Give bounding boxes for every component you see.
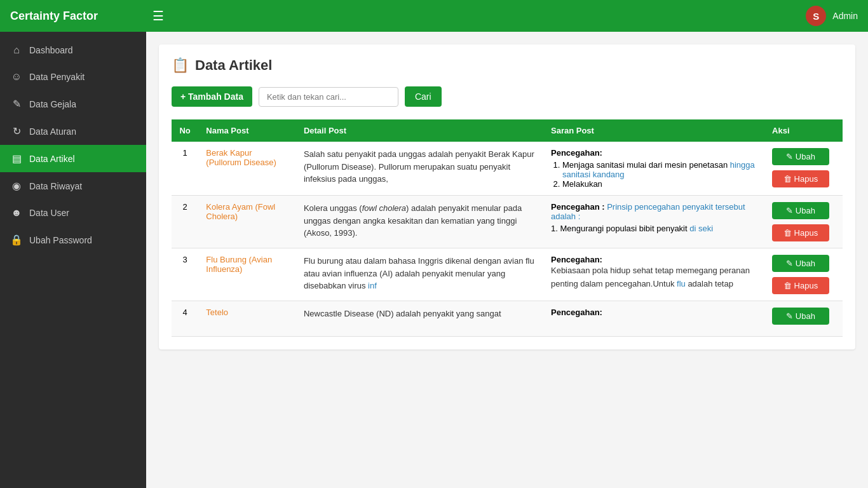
sidebar-item-data-penyakit[interactable]: ☺ Data Penyakit [0, 64, 146, 90]
ubah-button[interactable]: ✎ Ubah [772, 308, 829, 325]
page-title: Data Artikel [195, 57, 272, 74]
ubah-button[interactable]: ✎ Ubah [772, 255, 829, 272]
th-aksi: Aksi [764, 119, 843, 142]
row-aksi: ✎ Ubah 🗑 Hapus [764, 142, 843, 196]
row-nama: Flu Burung (Avian Influenza) [198, 248, 296, 301]
add-data-button[interactable]: + Tambah Data [172, 86, 252, 107]
navbar-right: S Admin [806, 6, 858, 26]
table-row: 3 Flu Burung (Avian Influenza) Flu burun… [172, 248, 843, 301]
sidebar-item-data-gejala[interactable]: ✎ Data Gejala [0, 90, 146, 118]
user-icon: ☻ [10, 207, 23, 219]
layout: ⌂ Dashboard ☺ Data Penyakit ✎ Data Gejal… [0, 32, 868, 488]
sidebar-item-ubah-password[interactable]: 🔒 Ubah Password [0, 226, 146, 254]
row-saran: Pencegahan : Prinsip pencegahan penyakit… [543, 196, 764, 248]
sidebar-item-data-aturan[interactable]: ↻ Data Aturan [0, 118, 146, 145]
sidebar-label-data-riwayat: Data Riwayat [29, 181, 82, 191]
home-icon: ⌂ [10, 44, 23, 56]
row-aksi: ✎ Ubah 🗑 Hapus [764, 196, 843, 248]
hapus-button[interactable]: 🗑 Hapus [772, 224, 829, 241]
sidebar-label-data-penyakit: Data Penyakit [29, 72, 85, 82]
search-button[interactable]: Cari [405, 86, 442, 107]
row-no: 1 [172, 142, 198, 196]
th-no: No [172, 119, 198, 142]
row-aksi: ✎ Ubah 🗑 Hapus [764, 248, 843, 301]
row-nama: Kolera Ayam (Fowl Cholera) [198, 196, 296, 248]
navbar: Certainty Factor ☰ S Admin [0, 0, 868, 32]
artikel-icon: ▤ [10, 152, 23, 165]
sidebar-label-data-artikel: Data Artikel [29, 154, 75, 164]
search-input[interactable] [259, 87, 398, 107]
row-saran: Pencegahan: Kebiasaan pola hidup sehat t… [543, 248, 764, 301]
content-area: 📋 Data Artikel + Tambah Data Cari No Nam… [159, 44, 855, 349]
sidebar-label-dashboard: Dashboard [29, 45, 73, 55]
navbar-left: Certainty Factor [10, 10, 98, 23]
page-header: 📋 Data Artikel [172, 57, 843, 74]
admin-name: Admin [832, 11, 858, 21]
page-header-icon: 📋 [172, 57, 189, 74]
ubah-button[interactable]: ✎ Ubah [772, 148, 829, 165]
row-nama: Berak Kapur (Pullorum Disease) [198, 142, 296, 196]
row-detail: Flu burung atau dalam bahasa Inggris dik… [296, 248, 543, 301]
data-artikel-table: No Nama Post Detail Post Saran Post Aksi… [172, 119, 843, 337]
main-content: 📋 Data Artikel + Tambah Data Cari No Nam… [146, 32, 868, 488]
row-detail: Newcastle Disease (ND) adalah penyakit y… [296, 301, 543, 337]
table-row: 1 Berak Kapur (Pullorum Disease) Salah s… [172, 142, 843, 196]
aturan-icon: ↻ [10, 125, 23, 137]
lock-icon: 🔒 [10, 234, 23, 246]
table-row: 4 Tetelo Newcastle Disease (ND) adalah p… [172, 301, 843, 337]
row-aksi: ✎ Ubah [764, 301, 843, 337]
hamburger-icon[interactable]: ☰ [153, 8, 164, 24]
sidebar-item-dashboard[interactable]: ⌂ Dashboard [0, 37, 146, 64]
table-header-row: No Nama Post Detail Post Saran Post Aksi [172, 119, 843, 142]
app-title: Certainty Factor [10, 10, 98, 23]
sidebar-item-data-user[interactable]: ☻ Data User [0, 200, 146, 226]
row-nama: Tetelo [198, 301, 296, 337]
sidebar-label-data-aturan: Data Aturan [29, 126, 76, 137]
gejala-icon: ✎ [10, 98, 23, 110]
th-saran: Saran Post [543, 119, 764, 142]
hapus-button[interactable]: 🗑 Hapus [772, 277, 829, 294]
ubah-button[interactable]: ✎ Ubah [772, 202, 829, 219]
avatar: S [806, 6, 826, 26]
sidebar-label-ubah-password: Ubah Password [29, 235, 92, 245]
row-no: 2 [172, 196, 198, 248]
table-row: 2 Kolera Ayam (Fowl Cholera) Kolera ungg… [172, 196, 843, 248]
row-saran: Pencegahan: [543, 301, 764, 337]
row-detail: Kolera unggas (fowl cholera) adalah peny… [296, 196, 543, 248]
row-no: 3 [172, 248, 198, 301]
th-detail: Detail Post [296, 119, 543, 142]
sidebar-label-data-gejala: Data Gejala [29, 99, 76, 109]
row-detail: Salah satu penyakit pada unggas adalah p… [296, 142, 543, 196]
sidebar-item-data-artikel[interactable]: ▤ Data Artikel [0, 145, 146, 172]
sidebar: ⌂ Dashboard ☺ Data Penyakit ✎ Data Gejal… [0, 32, 146, 488]
toolbar: + Tambah Data Cari [172, 86, 843, 107]
th-nama: Nama Post [198, 119, 296, 142]
hapus-button[interactable]: 🗑 Hapus [772, 170, 829, 187]
riwayat-icon: ◉ [10, 180, 23, 192]
sidebar-item-data-riwayat[interactable]: ◉ Data Riwayat [0, 172, 146, 200]
row-saran: Pencegahan: Menjaga sanitasi mulai dari … [543, 142, 764, 196]
row-no: 4 [172, 301, 198, 337]
penyakit-icon: ☺ [10, 71, 23, 83]
sidebar-label-data-user: Data User [29, 208, 69, 218]
